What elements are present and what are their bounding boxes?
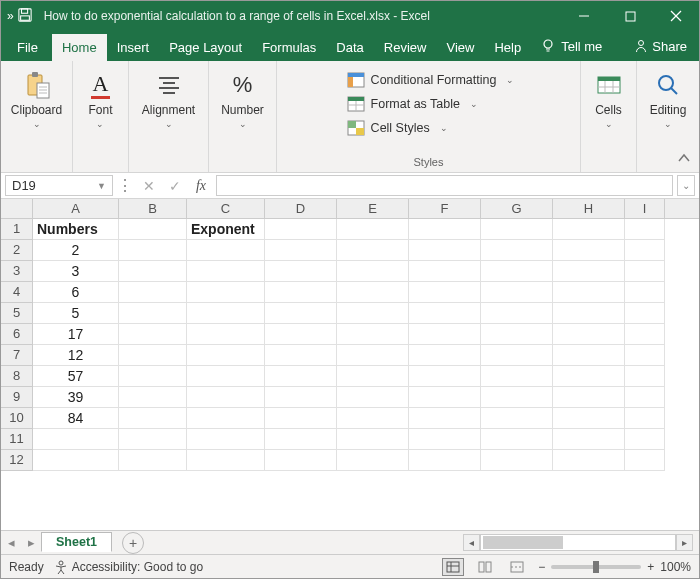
cell[interactable] bbox=[409, 303, 481, 324]
cell[interactable] bbox=[265, 282, 337, 303]
column-header[interactable]: B bbox=[119, 199, 187, 218]
cell[interactable] bbox=[409, 429, 481, 450]
column-header[interactable]: G bbox=[481, 199, 553, 218]
cell[interactable] bbox=[409, 282, 481, 303]
cell[interactable] bbox=[553, 429, 625, 450]
cell[interactable] bbox=[265, 387, 337, 408]
cell[interactable] bbox=[337, 429, 409, 450]
cell[interactable] bbox=[119, 429, 187, 450]
cell[interactable] bbox=[409, 366, 481, 387]
cell[interactable] bbox=[265, 450, 337, 471]
tab-data[interactable]: Data bbox=[326, 34, 373, 61]
cell[interactable] bbox=[625, 429, 665, 450]
cell-styles-button[interactable]: Cell Styles ⌄ bbox=[341, 117, 454, 139]
number-button[interactable]: % Number ⌄ bbox=[215, 67, 270, 127]
cell[interactable] bbox=[625, 387, 665, 408]
cell[interactable] bbox=[625, 408, 665, 429]
cell[interactable]: 12 bbox=[33, 345, 119, 366]
editing-button[interactable]: Editing ⌄ bbox=[644, 67, 693, 127]
zoom-slider[interactable] bbox=[551, 565, 641, 569]
select-all-corner[interactable] bbox=[1, 199, 33, 218]
cell[interactable] bbox=[481, 345, 553, 366]
cell[interactable] bbox=[337, 450, 409, 471]
column-header[interactable]: D bbox=[265, 199, 337, 218]
cell[interactable]: 84 bbox=[33, 408, 119, 429]
view-page-break-button[interactable] bbox=[506, 558, 528, 576]
zoom-thumb[interactable] bbox=[593, 561, 599, 573]
cell[interactable] bbox=[187, 450, 265, 471]
formula-input[interactable] bbox=[216, 175, 673, 196]
tell-me[interactable]: Tell me bbox=[531, 31, 612, 61]
row-header[interactable]: 4 bbox=[1, 282, 33, 303]
cell[interactable] bbox=[337, 345, 409, 366]
column-header[interactable]: H bbox=[553, 199, 625, 218]
cell[interactable] bbox=[553, 408, 625, 429]
cell[interactable] bbox=[337, 408, 409, 429]
cell[interactable] bbox=[119, 261, 187, 282]
row-header[interactable]: 9 bbox=[1, 387, 33, 408]
cell[interactable]: 39 bbox=[33, 387, 119, 408]
cell[interactable] bbox=[409, 450, 481, 471]
save-icon[interactable] bbox=[18, 8, 32, 25]
cell[interactable] bbox=[553, 261, 625, 282]
cell[interactable] bbox=[337, 282, 409, 303]
cell[interactable]: Numbers bbox=[33, 219, 119, 240]
cell[interactable] bbox=[553, 324, 625, 345]
cell[interactable] bbox=[265, 324, 337, 345]
cell[interactable] bbox=[187, 408, 265, 429]
zoom-out-button[interactable]: − bbox=[538, 560, 545, 574]
close-button[interactable] bbox=[653, 1, 699, 31]
cell[interactable] bbox=[481, 324, 553, 345]
sheet-tab-active[interactable]: Sheet1 bbox=[41, 532, 112, 552]
share-button[interactable]: Share bbox=[622, 31, 699, 61]
collapse-ribbon-button[interactable] bbox=[677, 152, 691, 166]
font-button[interactable]: A Font ⌄ bbox=[82, 67, 118, 127]
cell[interactable] bbox=[409, 345, 481, 366]
cell[interactable]: 57 bbox=[33, 366, 119, 387]
cell[interactable] bbox=[119, 450, 187, 471]
scroll-thumb[interactable] bbox=[483, 536, 563, 549]
cell[interactable] bbox=[553, 282, 625, 303]
cell[interactable]: 2 bbox=[33, 240, 119, 261]
sheet-nav-prev[interactable]: ◂ bbox=[1, 535, 21, 550]
cell[interactable] bbox=[625, 450, 665, 471]
cell[interactable] bbox=[119, 219, 187, 240]
cell[interactable] bbox=[187, 240, 265, 261]
row-header[interactable]: 2 bbox=[1, 240, 33, 261]
cell[interactable] bbox=[553, 219, 625, 240]
cell[interactable] bbox=[553, 345, 625, 366]
cell[interactable] bbox=[625, 366, 665, 387]
cell[interactable] bbox=[265, 408, 337, 429]
cell[interactable] bbox=[481, 303, 553, 324]
expand-formula-bar-button[interactable]: ⌄ bbox=[677, 175, 695, 196]
cell[interactable] bbox=[409, 387, 481, 408]
cell[interactable] bbox=[265, 366, 337, 387]
column-header[interactable]: C bbox=[187, 199, 265, 218]
cell[interactable] bbox=[119, 345, 187, 366]
cell[interactable] bbox=[337, 261, 409, 282]
horizontal-scrollbar[interactable]: ◂ ▸ bbox=[463, 534, 693, 551]
row-header[interactable]: 8 bbox=[1, 366, 33, 387]
spreadsheet-grid[interactable]: ABCDEFGHI 1NumbersExponent22334655617712… bbox=[1, 199, 699, 530]
cell[interactable] bbox=[625, 240, 665, 261]
tab-help[interactable]: Help bbox=[484, 34, 531, 61]
accessibility-status[interactable]: Accessibility: Good to go bbox=[54, 560, 203, 574]
cell[interactable]: 17 bbox=[33, 324, 119, 345]
cell[interactable] bbox=[553, 240, 625, 261]
cell[interactable] bbox=[409, 240, 481, 261]
cell[interactable] bbox=[119, 324, 187, 345]
sheet-nav-next[interactable]: ▸ bbox=[21, 535, 41, 550]
cell[interactable]: 3 bbox=[33, 261, 119, 282]
cell[interactable]: 6 bbox=[33, 282, 119, 303]
row-header[interactable]: 10 bbox=[1, 408, 33, 429]
conditional-formatting-button[interactable]: Conditional Formatting ⌄ bbox=[341, 69, 521, 91]
cell[interactable] bbox=[119, 408, 187, 429]
insert-function-button[interactable]: fx bbox=[188, 173, 214, 198]
cell[interactable] bbox=[187, 366, 265, 387]
cell[interactable] bbox=[187, 282, 265, 303]
tab-home[interactable]: Home bbox=[52, 34, 107, 61]
row-header[interactable]: 11 bbox=[1, 429, 33, 450]
cell[interactable] bbox=[553, 303, 625, 324]
overflow-quick-access-icon[interactable]: » bbox=[7, 9, 14, 23]
cell[interactable] bbox=[481, 387, 553, 408]
